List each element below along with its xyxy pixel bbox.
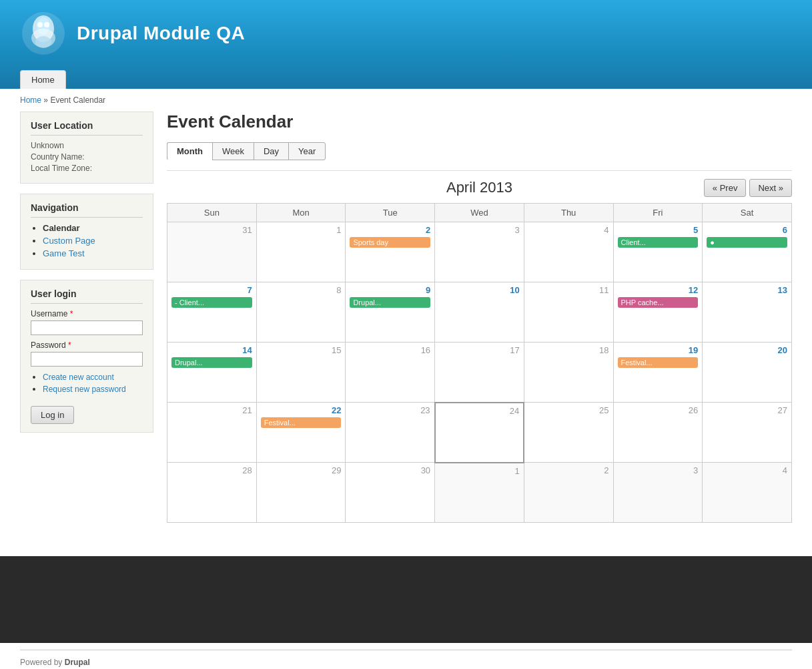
event-drupal-tue[interactable]: Drupal...: [350, 297, 430, 308]
table-row[interactable]: 6●: [703, 222, 792, 282]
table-row: 15: [256, 343, 346, 403]
event-client-sat[interactable]: ●: [707, 237, 787, 248]
login-button[interactable]: Log in: [31, 406, 74, 424]
nav-home[interactable]: Home: [20, 70, 66, 89]
breadcrumb: Home » Event Calendar: [0, 89, 812, 112]
col-sun: Sun: [167, 204, 257, 222]
navigation-list: Calendar Custom Page Game Test: [31, 223, 143, 258]
event-client-fri[interactable]: Client...: [618, 237, 699, 248]
breadcrumb-home[interactable]: Home: [20, 95, 41, 105]
event-festival-fri[interactable]: Festival...: [618, 357, 699, 368]
sidebar-item-game-test[interactable]: Game Test: [43, 248, 143, 258]
tab-month[interactable]: Month: [167, 142, 213, 160]
user-location-unknown: Unknown: [31, 141, 143, 150]
username-input[interactable]: [31, 320, 143, 335]
site-title: Drupal Module QA: [77, 23, 245, 44]
navigation-title: Navigation: [31, 202, 143, 218]
table-row: 16: [346, 343, 435, 403]
create-account-link[interactable]: Create new account: [43, 373, 114, 382]
event-client-sun[interactable]: - Client...: [171, 297, 252, 308]
calendar-body: 31 1 2Sports day 3 4 5Client... 6● 7- Cl…: [167, 222, 792, 523]
user-login-block: User login Username * Password * Create …: [20, 280, 153, 433]
create-account-item[interactable]: Create new account: [43, 372, 143, 382]
col-tue: Tue: [346, 204, 435, 222]
table-row: 3: [613, 463, 703, 523]
table-row: 1: [256, 222, 346, 282]
sidebar-item-calendar: Calendar: [43, 223, 143, 233]
sidebar-item-custom-page[interactable]: Custom Page: [43, 236, 143, 246]
table-row: 30: [346, 463, 435, 523]
calendar-row: 21 22Festival... 23 24 25 26 27: [167, 403, 792, 463]
calendar-row: 14Drupal... 15 16 17 18 19Festival... 20: [167, 343, 792, 403]
col-wed: Wed: [435, 204, 524, 222]
navigation-block: Navigation Calendar Custom Page Game Tes…: [20, 194, 153, 270]
table-row[interactable]: 22Festival...: [256, 403, 346, 463]
prev-button[interactable]: « Prev: [704, 179, 747, 197]
footer-text: Powered by Drupal: [20, 658, 90, 667]
footer-light: Powered by Drupal: [0, 643, 812, 669]
table-row[interactable]: 12PHP cache...: [613, 282, 703, 343]
table-row: 23: [346, 403, 435, 463]
user-location-country: Country Name:: [31, 152, 143, 162]
tab-day[interactable]: Day: [254, 142, 289, 160]
tab-week[interactable]: Week: [212, 142, 254, 160]
table-row[interactable]: 13: [703, 282, 792, 343]
event-php-cache[interactable]: PHP cache...: [618, 297, 699, 308]
table-row: 29: [256, 463, 346, 523]
user-location-title: User Location: [31, 120, 143, 136]
username-required: *: [70, 309, 73, 318]
col-fri: Fri: [613, 204, 703, 222]
col-mon: Mon: [256, 204, 346, 222]
game-test-link[interactable]: Game Test: [43, 248, 85, 258]
table-row: 4: [524, 222, 613, 282]
calendar-row: 28 29 30 1 2 3 4: [167, 463, 792, 523]
calendar-navigation: « Prev Next »: [704, 179, 792, 197]
svg-point-4: [35, 36, 51, 48]
table-row: 3: [435, 222, 524, 282]
event-festival-mon[interactable]: Festival...: [261, 417, 342, 428]
table-row[interactable]: 10: [435, 282, 524, 343]
table-row[interactable]: 14Drupal...: [167, 343, 257, 403]
col-sat: Sat: [703, 204, 792, 222]
table-row: 27: [703, 403, 792, 463]
svg-point-6: [44, 22, 49, 27]
table-row: 31: [167, 222, 257, 282]
user-location-block: User Location Unknown Country Name: Loca…: [20, 112, 153, 184]
calendar-month-title: April 2013: [167, 179, 792, 196]
col-thu: Thu: [524, 204, 613, 222]
next-button[interactable]: Next »: [749, 179, 792, 197]
username-label: Username *: [31, 309, 143, 318]
content-area: Event Calendar Month Week Day Year April…: [167, 112, 792, 523]
table-row[interactable]: 7- Client...: [167, 282, 257, 343]
password-label: Password *: [31, 341, 143, 350]
calendar-header-row: Sun Mon Tue Wed Thu Fri Sat: [167, 204, 792, 222]
table-row: 21: [167, 403, 257, 463]
user-location-timezone: Local Time Zone:: [31, 164, 143, 173]
table-row: 28: [167, 463, 257, 523]
calendar-row: 7- Client... 8 9Drupal... 10 11 12PHP ca…: [167, 282, 792, 343]
table-row: 4: [703, 463, 792, 523]
user-action-links: Create new account Request new password: [31, 372, 143, 394]
password-required: *: [68, 341, 71, 350]
table-row[interactable]: 9Drupal...: [346, 282, 435, 343]
table-row[interactable]: 19Festival...: [613, 343, 703, 403]
password-input[interactable]: [31, 352, 143, 367]
calendar-grid: Sun Mon Tue Wed Thu Fri Sat 31 1 2Sports…: [167, 203, 792, 523]
tab-year[interactable]: Year: [288, 142, 326, 160]
request-password-item[interactable]: Request new password: [43, 384, 143, 394]
custom-page-link[interactable]: Custom Page: [43, 236, 95, 246]
request-password-link[interactable]: Request new password: [43, 385, 126, 394]
table-row[interactable]: 5Client...: [613, 222, 703, 282]
footer-dark: [0, 556, 812, 643]
drupal-link[interactable]: Drupal: [65, 658, 90, 667]
table-row[interactable]: 20: [703, 343, 792, 403]
event-drupal-sun[interactable]: Drupal...: [171, 357, 252, 368]
main-layout: User Location Unknown Country Name: Loca…: [0, 112, 812, 536]
table-row: 18: [524, 343, 613, 403]
breadcrumb-separator: »: [43, 95, 48, 105]
event-sports-day[interactable]: Sports day: [350, 237, 430, 248]
main-nav: Home: [20, 67, 792, 89]
footer-content: Powered by Drupal: [20, 650, 792, 667]
table-row[interactable]: 2Sports day: [346, 222, 435, 282]
table-row: 25: [524, 403, 613, 463]
